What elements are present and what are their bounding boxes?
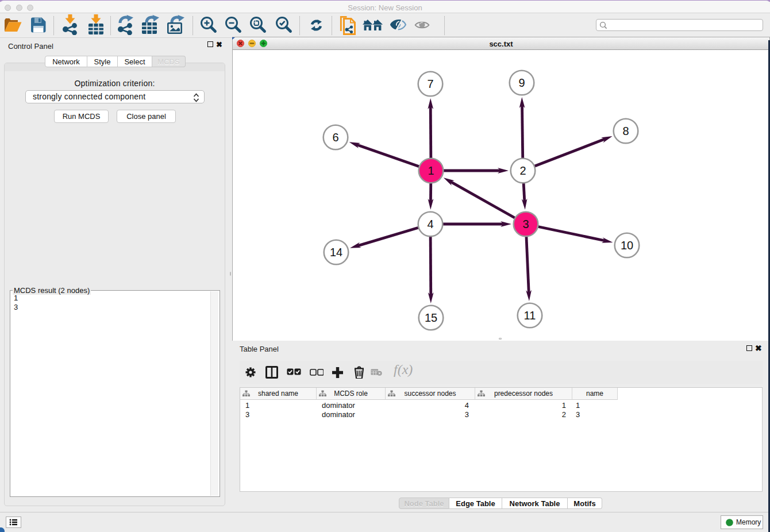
svg-text:1: 1 xyxy=(428,164,434,177)
svg-text:2: 2 xyxy=(519,164,526,177)
svg-text:4: 4 xyxy=(427,218,433,230)
svg-text:7: 7 xyxy=(427,78,433,90)
svg-text:10: 10 xyxy=(621,239,633,252)
svg-text:9: 9 xyxy=(518,76,525,89)
svg-text:11: 11 xyxy=(524,309,536,322)
svg-text:3: 3 xyxy=(522,218,529,230)
svg-text:15: 15 xyxy=(425,311,437,324)
svg-text:6: 6 xyxy=(332,131,338,144)
svg-text:14: 14 xyxy=(330,246,342,259)
svg-text:8: 8 xyxy=(622,125,629,137)
